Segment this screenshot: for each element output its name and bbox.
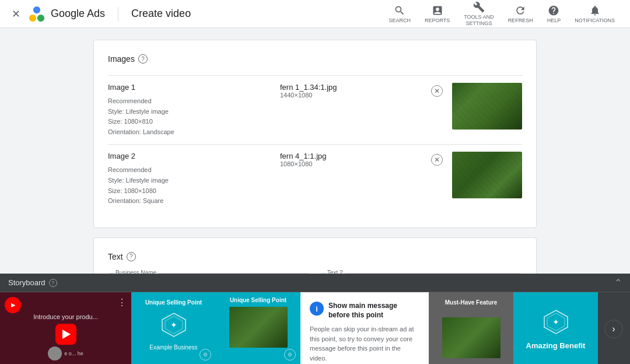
frame2-biz-name: Example Business xyxy=(149,344,197,351)
images-label: Images xyxy=(108,54,135,64)
search-nav-button[interactable]: SEARCH xyxy=(383,2,416,26)
image2-thumbnail xyxy=(452,152,522,198)
frame5-content: ✦ Amazing Benefit xyxy=(513,292,598,364)
svg-point-2 xyxy=(33,6,40,13)
yt-badge-icon: ▶ xyxy=(11,302,15,308)
main-content: Images ? Image 1 Recommended Style: Life… xyxy=(0,28,630,274)
notifications-label: NOTIFICATIONS xyxy=(575,18,615,23)
frame1-menu-icon[interactable]: ⋮ xyxy=(117,297,127,308)
storyboard-frames: ▶ ⋮ Introduce your produ... e o... he Un… xyxy=(0,292,630,364)
avatar-icon xyxy=(48,346,62,360)
yt-logo-area xyxy=(55,324,76,345)
frame2-title: Unique Selling Point xyxy=(145,299,202,306)
frame1-content: ▶ ⋮ Introduce your produ... e o... he xyxy=(0,292,131,364)
image2-file-area: fern 4_1:1.jpg 1080×1080 ✕ xyxy=(280,152,443,167)
help-nav-button[interactable]: HELP xyxy=(541,2,567,26)
image2-size: Size: 1080×1080 xyxy=(108,186,271,197)
frame5-title: Amazing Benefit xyxy=(526,341,586,350)
storyboard-frame-5[interactable]: ✦ Amazing Benefit xyxy=(513,292,598,364)
page-title: Create video xyxy=(131,8,191,20)
youtube-icon xyxy=(55,324,76,345)
reports-nav-button[interactable]: REPORTS xyxy=(419,2,456,26)
close-button[interactable]: ✕ xyxy=(9,5,23,23)
image1-style: Style: Lifestyle image xyxy=(108,107,271,117)
image1-label: Image 1 xyxy=(108,83,271,92)
storyboard-bar: Storyboard ? ⌃ ▶ ⋮ Introduce your produ.… xyxy=(0,274,630,364)
frame3-fern-image xyxy=(229,307,288,348)
frame2-settings-icon[interactable]: ⚙ xyxy=(200,349,211,360)
image1-size: Size: 1080×810 xyxy=(108,117,271,127)
image2-row: Image 2 Recommended Style: Lifestyle ima… xyxy=(108,144,522,213)
refresh-nav-button[interactable]: REFRESH xyxy=(502,2,539,26)
frame5-logo-hex: ✦ xyxy=(541,307,570,337)
image1-remove-button[interactable]: ✕ xyxy=(431,85,443,97)
svg-text:✦: ✦ xyxy=(552,317,559,327)
tools-label: TOOLS ANDSETTINGS xyxy=(464,14,494,27)
storyboard-label: Storyboard xyxy=(8,278,46,287)
storyboard-frame-3[interactable]: Unique Selling Point ⚙ xyxy=(216,292,300,364)
nav-left: ✕ Google Ads Create video xyxy=(9,5,191,23)
image1-filename: fern 1_1.34:1.jpg xyxy=(280,83,426,92)
text-section: Text ? Business Name 16 / 50 Text 2 20 /… xyxy=(93,237,537,274)
refresh-icon xyxy=(514,5,526,16)
image2-label: Image 2 xyxy=(108,152,271,160)
images-section: Images ? Image 1 Recommended Style: Life… xyxy=(93,40,537,228)
image2-file-block: fern 4_1:1.jpg 1080×1080 xyxy=(280,152,426,167)
nav-actions: SEARCH REPORTS TOOLS ANDSETTINGS REFRESH… xyxy=(383,0,621,29)
images-help-icon[interactable]: ? xyxy=(138,54,148,64)
svg-point-1 xyxy=(37,14,44,21)
tooltip-body: People can skip your in-stream ad at thi… xyxy=(310,324,419,363)
refresh-label: REFRESH xyxy=(508,18,533,23)
frame1-text: Introduce your produ... xyxy=(33,313,98,320)
storyboard-frame-4[interactable]: Must-Have Feature xyxy=(429,292,513,364)
image2-filename: fern 4_1:1.jpg xyxy=(280,152,426,160)
help-label: HELP xyxy=(547,18,561,23)
play-triangle-icon xyxy=(62,330,71,339)
image2-meta: Recommended Style: Lifestyle image Size:… xyxy=(108,165,271,206)
app-name: Google Ads xyxy=(51,8,105,20)
frame3-title: Unique Selling Point xyxy=(230,297,286,303)
text-help-icon[interactable]: ? xyxy=(127,252,136,261)
image2-recommended: Recommended xyxy=(108,165,271,176)
images-header: Images ? xyxy=(108,54,522,64)
reports-label: REPORTS xyxy=(425,18,450,23)
image1-file-area: fern 1_1.34:1.jpg 1440×1080 ✕ xyxy=(280,83,443,99)
image2-style: Style: Lifestyle image xyxy=(108,176,271,186)
search-icon xyxy=(394,5,405,16)
youtube-badge: ▶ xyxy=(5,297,21,313)
tools-nav-button[interactable]: TOOLS ANDSETTINGS xyxy=(458,0,499,29)
notifications-nav-button[interactable]: NOTIFICATIONS xyxy=(569,2,621,26)
logo xyxy=(29,6,45,22)
image1-dims: 1440×1080 xyxy=(280,92,426,99)
storyboard-help-icon[interactable]: ? xyxy=(49,279,57,287)
tooltip-header: i Show main message before this point xyxy=(310,302,419,320)
frame2-logo-hex: ✦ xyxy=(159,310,188,340)
frame4-title: Must-Have Feature xyxy=(445,299,497,306)
text2-label: Text 2 xyxy=(326,270,345,274)
reports-icon xyxy=(432,5,443,16)
frame4-content: Must-Have Feature xyxy=(429,292,513,364)
frame1-handle: e o... he xyxy=(64,351,83,356)
storyboard-next-button[interactable]: › xyxy=(604,320,623,338)
svg-text:✦: ✦ xyxy=(170,320,177,330)
storyboard-frame-1[interactable]: ▶ ⋮ Introduce your produ... e o... he xyxy=(0,292,131,364)
image2-dims: 1080×1080 xyxy=(280,160,426,167)
business-name-label: Business Name xyxy=(114,270,158,274)
storyboard-frame-2[interactable]: Unique Selling Point ✦ Example Business … xyxy=(131,292,216,364)
image1-orientation: Orientation: Landscape xyxy=(108,127,271,138)
image2-remove-button[interactable]: ✕ xyxy=(431,154,443,166)
storyboard-tooltip: i Show main message before this point Pe… xyxy=(300,292,429,364)
notifications-icon xyxy=(589,5,601,16)
svg-point-0 xyxy=(29,14,36,21)
nav-divider xyxy=(118,7,118,21)
frame4-fern-image xyxy=(442,317,501,358)
image1-file-block: fern 1_1.34:1.jpg 1440×1080 xyxy=(280,83,426,99)
frame1-bottom: e o... he xyxy=(0,346,131,360)
text-label: Text xyxy=(108,252,123,261)
top-navigation: ✕ Google Ads Create video SEARCH REPORTS… xyxy=(0,0,630,28)
storyboard-collapse-button[interactable]: ⌃ xyxy=(614,277,622,288)
help-icon xyxy=(548,5,559,16)
frame3-settings-icon[interactable]: ⚙ xyxy=(284,349,296,360)
image1-meta: Recommended Style: Lifestyle image Size:… xyxy=(108,96,271,137)
image2-info: Image 2 Recommended Style: Lifestyle ima… xyxy=(108,152,271,206)
